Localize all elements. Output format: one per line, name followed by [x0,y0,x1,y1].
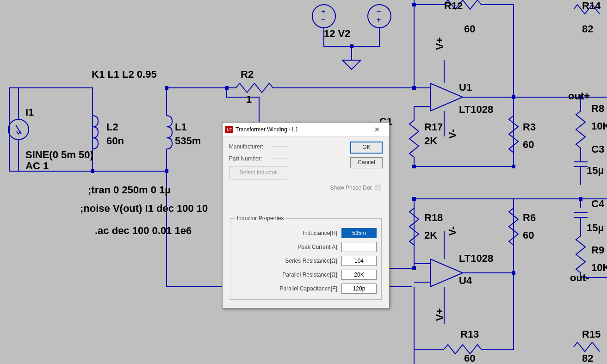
label-r14-value[interactable]: 82 [582,23,593,35]
svg-text:+: + [377,16,381,24]
label-l1-value[interactable]: 535m [175,135,201,147]
show-phase-dot-label: Show Phase Dot [330,185,372,191]
svg-rect-4 [165,169,168,173]
label-vplus-bot: V+ [434,308,446,321]
label-v2[interactable]: 12 V2 [324,28,351,40]
select-inductor-button: Select Inductor [229,167,287,179]
parallel-resistance-label: Parallel Resistance[Ω]: [282,271,339,278]
cancel-button[interactable]: Cancel [350,157,383,168]
svg-marker-22 [430,259,463,287]
label-l2[interactable]: L2 [106,121,118,133]
parallel-capacitance-input[interactable] [341,284,377,294]
schematic-canvas[interactable]: + − − + K1 L1 L2 0.95 I1 [0,0,607,364]
manufacturer-value: -------- [273,143,288,150]
dialog-title: Transformer Winding - L1 [235,126,368,133]
svg-rect-24 [579,197,582,201]
label-r17-value[interactable]: 2K [424,135,437,147]
transformer-winding-dialog: LT Transformer Winding - L1 ✕ Manufactur… [222,122,390,308]
parallel-resistance-input[interactable] [341,270,377,280]
ok-button[interactable]: OK [350,142,383,154]
manufacturer-label: Manufacturer: [229,143,273,150]
label-r8[interactable]: R8 [591,103,604,115]
label-outm[interactable]: out- [570,272,589,284]
label-r13-value[interactable]: 60 [464,352,475,364]
inductance-label: Inductance[H]: [303,230,339,236]
label-l1[interactable]: L1 [175,121,187,133]
label-r3-value[interactable]: 60 [523,139,534,151]
label-r6[interactable]: R6 [523,212,536,224]
close-icon[interactable]: ✕ [368,123,386,136]
svg-rect-3 [165,86,168,90]
inductor-properties-legend: Inductor Properties [235,215,285,222]
lt-icon: LT [225,126,233,133]
label-c4[interactable]: C4 [591,198,604,210]
spice-tran[interactable]: ;tran 0 250m 0 1µ [88,184,171,196]
label-c3-value[interactable]: 15µ [587,165,604,177]
svg-marker-7 [430,83,463,111]
svg-rect-21 [412,266,416,270]
label-vplus-top: V+ [434,37,446,50]
label-r14[interactable]: R14 [582,0,601,12]
label-u4-part[interactable]: LT1028 [459,253,493,265]
label-r15-value[interactable]: 82 [582,352,593,364]
label-r18-value[interactable]: 2K [424,229,437,241]
label-u1-part[interactable]: LT1028 [459,104,493,116]
svg-text:−: − [321,16,325,24]
partno-label: Part Number: [229,155,273,162]
spice-ac[interactable]: .ac dec 100 0.01 1e6 [95,225,192,237]
label-r9[interactable]: R9 [591,244,604,256]
parallel-capacitance-label: Parallel Capacitance[F]: [280,285,339,292]
label-r6-value[interactable]: 60 [523,229,534,241]
inductor-properties-group: Inductor Properties Inductance[H]: Peak … [230,215,382,300]
label-outp[interactable]: out+ [568,90,590,102]
series-resistance-label: Series Resistance[Ω]: [285,258,339,264]
label-r2[interactable]: R2 [241,68,254,80]
peak-current-label: Peak Current[A]: [297,244,339,250]
peak-current-input[interactable] [341,242,377,252]
svg-rect-6 [412,3,416,6]
svg-rect-20 [412,197,416,201]
inductance-input[interactable] [341,228,377,238]
svg-text:+: + [321,7,325,15]
label-vminus-top: V- [446,129,458,139]
label-r13[interactable]: R13 [460,328,479,340]
dialog-titlebar[interactable]: LT Transformer Winding - L1 ✕ [223,123,389,137]
svg-rect-10 [412,165,416,168]
label-c4-value[interactable]: 15µ [587,222,604,234]
label-u4[interactable]: U4 [459,275,472,287]
svg-text:−: − [377,7,381,15]
show-phase-dot-checkbox[interactable] [375,185,381,191]
label-c3[interactable]: C3 [591,143,604,155]
label-r3[interactable]: R3 [523,121,536,133]
partno-value: -------- [273,155,288,162]
series-resistance-input[interactable] [341,256,377,266]
spice-noise[interactable]: ;noise V(out) I1 dec 100 10 [80,203,208,215]
label-r8-value[interactable]: 10K [591,120,607,132]
label-r2-value[interactable]: 1 [246,93,252,105]
label-r12-value[interactable]: 60 [464,23,475,35]
label-r15[interactable]: R15 [582,328,601,340]
label-u1[interactable]: U1 [459,81,472,93]
label-sine[interactable]: SINE(0 5m 50) [25,149,93,161]
label-r9-value[interactable]: 10K [591,262,607,274]
label-i1[interactable]: I1 [25,106,34,118]
svg-rect-8 [412,86,416,90]
svg-rect-19 [350,44,353,48]
label-ac[interactable]: AC 1 [25,160,49,172]
label-vminus-bot: V- [446,226,458,236]
label-r18[interactable]: R18 [424,212,443,224]
label-r17[interactable]: R17 [424,121,443,133]
label-l2-value[interactable]: 60n [106,135,124,147]
label-r12[interactable]: R12 [444,0,463,12]
spice-k-statement[interactable]: K1 L1 L2 0.95 [92,68,157,80]
